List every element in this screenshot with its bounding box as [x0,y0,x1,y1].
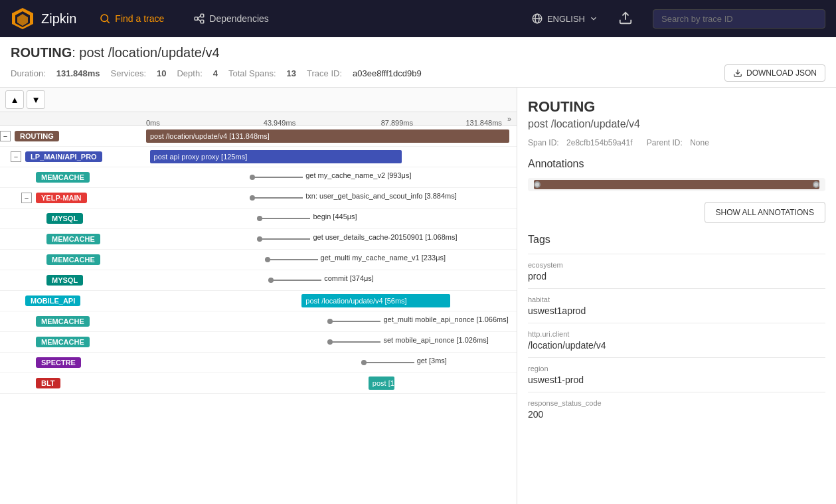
tag-value: uswest1-prod [528,375,825,385]
dependencies-label: Dependencies [209,13,269,24]
span-line [327,321,380,322]
services-value: 10 [157,68,166,78]
collapse-button[interactable]: − [0,131,11,141]
service-badge: MEMCACHE [36,337,90,347]
top-navigation: Zipkin Find a trace Dependencies ENGLISH [0,0,836,37]
span-dot [250,195,255,201]
trace-row[interactable]: MEMCACHEset mobile_api_nonce [1.026ms] [0,332,517,353]
detail-panel: ROUTING post /location/update/v4 Span ID… [517,88,836,504]
tag-key: habitat [528,295,825,303]
dependencies-nav[interactable]: Dependencies [187,9,276,29]
trace-row[interactable]: MEMCACHEget user_details_cache-20150901 … [0,229,517,250]
annotation-dot-start [534,181,541,188]
row-left: MOBILE_API [0,295,146,306]
row-left: MEMCACHE [0,316,146,327]
service-name: ROUTING [11,45,72,60]
show-all-annotations-button[interactable]: SHOW ALL ANNOTATIONS [705,202,825,223]
span-dot [257,236,262,242]
row-left: BLT [0,378,146,388]
span-label: set mobile_api_nonce [1.026ms] [383,336,488,344]
page-header: ROUTING: post /location/update/v4 Durati… [0,37,836,88]
depth-value: 4 [213,68,218,78]
trace-row[interactable]: MYSQLcommit [374μs] [0,270,517,291]
span-bar-area: post api proxy proxy [125ms] [146,147,517,167]
detail-path: post /location/update/v4 [528,118,825,130]
trace-row[interactable]: BLTpost [14ms] [0,373,517,394]
app-name: Zipkin [41,11,76,27]
span-label: get_multi mobile_api_nonce [1.066ms] [383,315,508,323]
trace-row[interactable]: SPECTREget [3ms] [0,353,517,373]
detail-service-name: ROUTING [528,98,825,116]
tags-title: Tags [528,234,825,246]
tags-section: Tags ecosystemprodhabitatuswest1aprodhtt… [528,234,825,426]
duration-label: Duration: [11,68,46,78]
trace-row[interactable]: −LP_MAIN/API_PROpost api proxy proxy [12… [0,147,517,167]
trace-row[interactable]: MOBILE_APIpost /location/update/v4 [56ms… [0,291,517,311]
span-bar[interactable]: post /location/update/v4 [131.848ms] [146,129,509,143]
page-path: post /location/update/v4 [79,45,219,60]
span-label: get user_details_cache-20150901 [1.068ms… [313,233,457,241]
svg-rect-6 [201,14,205,17]
tag-value: uswest1aprod [528,305,825,316]
row-left: MYSQL [0,213,146,224]
tags-container: ecosystemprodhabitatuswest1aprodhttp.uri… [528,254,825,426]
find-trace-nav[interactable]: Find a trace [92,9,171,29]
span-line [250,197,303,199]
duration-value: 131.848ms [56,68,100,78]
expand-all-button[interactable]: » [502,112,517,126]
total-spans-label: Total Spans: [228,68,276,78]
span-dot [257,216,262,221]
tag-key: region [528,365,825,373]
page-title: ROUTING: post /location/update/v4 [11,45,825,60]
svg-rect-5 [195,17,199,21]
span-line [250,177,303,178]
upload-button[interactable] [614,7,637,31]
annotation-bar [528,178,825,191]
chevron-down-icon [589,14,598,23]
depth-label: Depth: [177,68,202,78]
span-bar[interactable]: post api proxy proxy [125ms] [150,150,402,163]
trace-controls: ▲ ▼ [0,88,517,112]
parent-id-value: None [690,138,709,147]
collapse-button[interactable]: − [11,151,21,162]
search-nav-icon [99,13,111,25]
span-line [257,238,310,240]
annotations-title: Annotations [528,158,825,170]
dependencies-icon [193,13,205,25]
tag-value: prod [528,271,825,282]
parent-id-label: Parent ID: [647,138,683,147]
language-selector[interactable]: ENGLISH [531,13,598,25]
span-bar[interactable]: post /location/update/v4 [56ms] [301,294,450,307]
collapse-button[interactable]: − [21,193,32,203]
span-bar-area: begin [445μs] [146,209,517,228]
service-badge: MEMCACHE [46,234,100,244]
span-bar-area: post /location/update/v4 [56ms] [146,291,517,311]
scroll-up-button[interactable]: ▲ [5,90,24,109]
svg-line-9 [198,19,201,22]
trace-id-value: a03ee8fff1dcd9b9 [353,68,422,78]
trace-row[interactable]: −ROUTINGpost /location/update/v4 [131.84… [0,126,517,147]
download-json-button[interactable]: DOWNLOAD JSON [724,64,825,82]
main-layout: ▲ ▼ 0ms 43.949ms 87.899ms 131.848ms » −R… [0,88,836,504]
service-badge: YELP-MAIN [36,193,87,203]
meta-row: Duration: 131.848ms Services: 10 Depth: … [11,64,825,82]
span-label: get_multi my_cache_name_v1 [233μs] [321,254,446,262]
logo-link[interactable]: Zipkin [11,7,76,31]
span-bar[interactable]: post [14ms] [369,377,394,390]
trace-row[interactable]: MEMCACHEget my_cache_name_v2 [993μs] [0,167,517,188]
trace-row[interactable]: −YELP-MAINtxn: user_get_basic_and_scout_… [0,188,517,209]
trace-row[interactable]: MEMCACHEget_multi mobile_api_nonce [1.06… [0,311,517,332]
trace-row[interactable]: MYSQLbegin [445μs] [0,209,517,229]
span-id-label: Span ID: [528,138,559,147]
trace-id-search[interactable] [653,9,825,29]
span-line [361,362,414,363]
span-line [257,218,310,219]
span-line [327,341,380,343]
scroll-down-button[interactable]: ▼ [27,90,45,109]
trace-row[interactable]: MEMCACHEget_multi my_cache_name_v1 [233μ… [0,250,517,270]
globe-icon [531,13,543,25]
service-badge: SPECTRE [36,357,81,368]
span-bar-area: set mobile_api_nonce [1.026ms] [146,332,517,352]
service-badge: MEMCACHE [46,254,100,265]
tag-key: response_status_code [528,399,825,407]
